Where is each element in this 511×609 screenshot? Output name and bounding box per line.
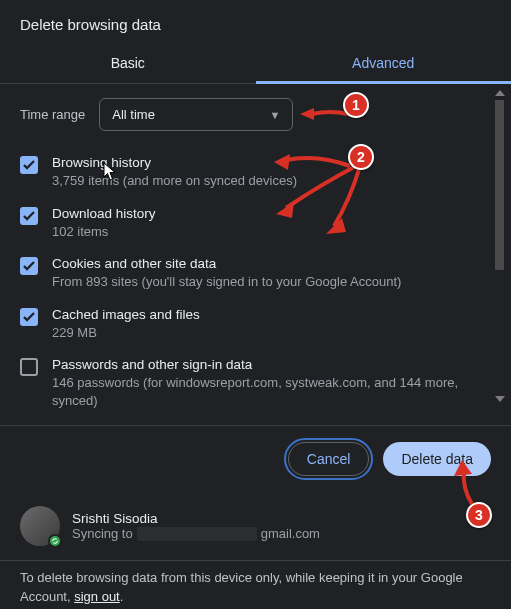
option-cookies: Cookies and other site data From 893 sit… bbox=[20, 248, 491, 299]
time-range-value: All time bbox=[112, 107, 155, 122]
chevron-down-icon: ▼ bbox=[269, 109, 280, 121]
checkbox-cached[interactable] bbox=[20, 308, 38, 326]
checkbox-browsing-history[interactable] bbox=[20, 156, 38, 174]
tab-advanced[interactable]: Advanced bbox=[256, 45, 512, 84]
option-subtitle: 229 MB bbox=[52, 324, 491, 342]
account-row: Srishti Sisodia Syncing to gmail.com bbox=[0, 492, 511, 560]
option-title: Download history bbox=[52, 206, 491, 221]
dialog-body: Time range All time ▼ Browsing history 3… bbox=[0, 84, 511, 425]
scroll-thumb[interactable] bbox=[495, 100, 504, 270]
footer-note: To delete browsing data from this device… bbox=[0, 561, 511, 609]
option-title: Passwords and other sign-in data bbox=[52, 357, 491, 372]
option-subtitle: 3,759 items (and more on synced devices) bbox=[52, 172, 491, 190]
option-download-history: Download history 102 items bbox=[20, 198, 491, 249]
checkbox-download-history[interactable] bbox=[20, 207, 38, 225]
checkbox-cookies[interactable] bbox=[20, 257, 38, 275]
avatar bbox=[20, 506, 60, 546]
option-browsing-history: Browsing history 3,759 items (and more o… bbox=[20, 147, 491, 198]
checkbox-passwords[interactable] bbox=[20, 358, 38, 376]
scroll-up-icon[interactable] bbox=[495, 90, 505, 96]
scrollbar[interactable] bbox=[494, 90, 505, 402]
option-subtitle: 102 items bbox=[52, 223, 491, 241]
option-cached: Cached images and files 229 MB bbox=[20, 299, 491, 350]
dialog-title: Delete browsing data bbox=[0, 0, 511, 45]
option-title: Browsing history bbox=[52, 155, 491, 170]
scroll-down-icon[interactable] bbox=[495, 396, 505, 402]
option-subtitle: From 893 sites (you'll stay signed in to… bbox=[52, 273, 491, 291]
option-title: Cached images and files bbox=[52, 307, 491, 322]
delete-data-button[interactable]: Delete data bbox=[383, 442, 491, 476]
time-range-row: Time range All time ▼ bbox=[20, 98, 491, 131]
sign-out-link[interactable]: sign out bbox=[74, 589, 120, 604]
redacted-email bbox=[137, 527, 257, 541]
account-email: Syncing to gmail.com bbox=[72, 526, 320, 541]
tab-basic[interactable]: Basic bbox=[0, 45, 256, 83]
account-name: Srishti Sisodia bbox=[72, 511, 320, 526]
cancel-button[interactable]: Cancel bbox=[288, 442, 370, 476]
time-range-label: Time range bbox=[20, 107, 85, 122]
option-subtitle: 146 passwords (for windowsreport.com, sy… bbox=[52, 374, 491, 409]
time-range-select[interactable]: All time ▼ bbox=[99, 98, 293, 131]
option-passwords: Passwords and other sign-in data 146 pas… bbox=[20, 349, 491, 417]
sync-status-icon bbox=[48, 534, 62, 548]
option-title: Cookies and other site data bbox=[52, 256, 491, 271]
tabs: Basic Advanced bbox=[0, 45, 511, 84]
dialog-actions: Cancel Delete data bbox=[0, 426, 511, 492]
